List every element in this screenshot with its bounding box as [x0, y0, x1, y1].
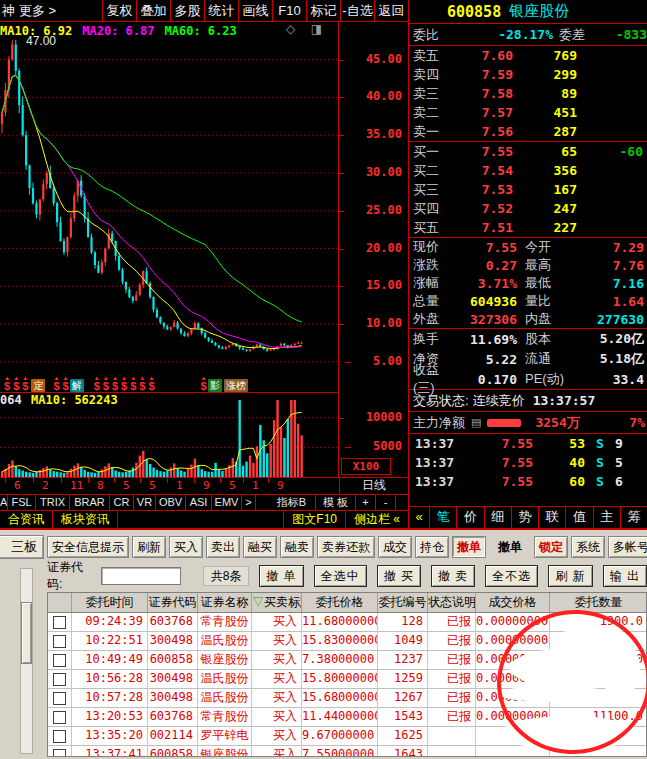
column-header-5[interactable]: 委托编号 [378, 593, 428, 612]
dollar-event-icon[interactable]: ▲$ [4, 375, 10, 392]
action-button-5[interactable]: 刷 新 [548, 565, 592, 587]
row-checkbox[interactable] [53, 654, 66, 667]
quote-tab-1[interactable]: 笔 [429, 507, 456, 528]
toolbar-button-9[interactable]: 撤单 [452, 536, 486, 558]
row-checkbox[interactable] [53, 711, 66, 724]
toolbar-button-2[interactable]: 买入 [169, 536, 203, 558]
quote-tab-7[interactable]: 主 [593, 507, 620, 528]
indicator-tab-5[interactable]: VR [134, 495, 156, 510]
quote-tab-5[interactable]: 联 [538, 507, 565, 528]
row-checkbox[interactable] [53, 635, 66, 648]
event-badge-icon[interactable]: 解 [70, 379, 84, 392]
indicator-tab-8[interactable]: EMV [212, 495, 242, 510]
indicator-tab-7[interactable]: ASI [186, 495, 212, 510]
dollar-event-icon[interactable]: ▲$ [201, 375, 207, 392]
indicator-tab-4[interactable]: CR [110, 495, 134, 510]
volume-chart[interactable] [0, 400, 338, 477]
dollar-event-icon[interactable]: ▲$ [130, 375, 136, 392]
quote-tab-3[interactable]: 细 [484, 507, 511, 528]
dollar-event-icon[interactable]: ▲$ [148, 375, 154, 392]
action-button-0[interactable]: 撤 单 [259, 565, 303, 587]
action-button-2[interactable]: 撤 买 [377, 565, 421, 587]
menu-item-6[interactable]: 标记 [306, 0, 340, 21]
quote-tab-4[interactable]: 势 [511, 507, 538, 528]
toolbar-button-7[interactable]: 成交 [378, 536, 412, 558]
toolbar-button-1[interactable]: 刷新 [132, 536, 166, 558]
menu-item-2[interactable]: 多股 [170, 0, 204, 21]
scrollbar-thumb[interactable] [21, 602, 32, 664]
quote-tab-6[interactable]: 值 [565, 507, 592, 528]
toolbar-button-12[interactable]: 系统 [571, 536, 605, 558]
dollar-event-icon[interactable]: ▲$ [63, 375, 69, 392]
menu-item-0[interactable]: 复权 [102, 0, 136, 21]
row-checkbox[interactable] [53, 692, 66, 705]
dollar-event-icon[interactable]: ▲$ [53, 375, 59, 392]
toolbar-button-13[interactable]: 多帐号 [608, 536, 647, 558]
list-icon[interactable]: ▤ [471, 416, 481, 429]
action-button-4[interactable]: 全不选 [485, 565, 538, 587]
indicator-tab-11[interactable]: 模 板 [316, 495, 356, 510]
quote-tab-0[interactable]: « [409, 507, 429, 528]
indicator-tab-2[interactable]: TRIX [36, 495, 70, 510]
indicator-tab-12[interactable]: + [356, 495, 376, 510]
event-badge-icon[interactable]: 定 [31, 379, 45, 392]
info-tab-1[interactable]: 板块资讯 [53, 511, 118, 528]
row-checkbox[interactable] [53, 616, 66, 629]
menu-item-7[interactable]: -自选 [340, 0, 374, 21]
column-header-6[interactable]: 状态说明 [428, 593, 476, 612]
row-checkbox[interactable] [53, 673, 66, 686]
indicator-tab-3[interactable]: BRAR [70, 495, 110, 510]
dollar-event-icon[interactable]: ▲$ [103, 375, 109, 392]
dollar-event-icon[interactable]: ▲$ [94, 375, 100, 392]
toolbar-button-3[interactable]: 卖出 [206, 536, 240, 558]
column-header-1[interactable]: 证券代码 [148, 593, 198, 612]
row-checkbox[interactable] [53, 749, 66, 758]
menu-item-4[interactable]: 画线 [238, 0, 272, 21]
column-header-8[interactable]: 委托数量 [550, 593, 647, 612]
action-button-6[interactable]: 输 出 [603, 565, 647, 587]
dollar-event-icon[interactable]: ▲$ [121, 375, 127, 392]
menu-item-8[interactable]: 返回 [374, 0, 408, 21]
row-checkbox[interactable] [53, 730, 66, 743]
dollar-event-icon[interactable]: ▲$ [112, 375, 118, 392]
column-header-7[interactable]: 成交价格 [476, 593, 550, 612]
toolbar-button-8[interactable]: 持仓 [415, 536, 449, 558]
candlestick-chart[interactable] [0, 40, 338, 374]
column-header-3[interactable]: ▽买卖标志 [252, 593, 302, 612]
toolbar-button-4[interactable]: 融买 [243, 536, 277, 558]
info-tab-right-0[interactable]: 图文F10 [283, 511, 345, 528]
indicator-tab-6[interactable]: OBV [156, 495, 186, 510]
toolbar-button-11[interactable]: 锁定 [534, 536, 568, 558]
action-button-3[interactable]: 撤 卖 [431, 565, 475, 587]
dollar-event-icon[interactable]: ▲$ [13, 375, 19, 392]
toolbar-button-10[interactable]: 撤单 [489, 536, 531, 558]
toolbar-button-5[interactable]: 融卖 [280, 536, 314, 558]
more-menu[interactable]: 更多 > [17, 0, 58, 21]
code-input[interactable] [101, 567, 181, 585]
side-tab-sanban[interactable]: 三板 [0, 535, 44, 559]
action-button-1[interactable]: 全选中 [314, 565, 367, 587]
dollar-event-icon[interactable]: ▲$ [22, 375, 28, 392]
indicator-tab-9[interactable]: > [242, 495, 256, 510]
menu-item-3[interactable]: 统计 [204, 0, 238, 21]
indicator-tab-1[interactable]: FSL [8, 495, 36, 510]
period-label[interactable]: 日线 [339, 477, 408, 494]
dollar-event-icon[interactable]: ▲$ [139, 375, 145, 392]
event-badge-icon[interactable]: 影 [208, 379, 222, 392]
event-badge-icon[interactable]: 涨榜 [224, 379, 248, 392]
menu-item-1[interactable]: 叠加 [136, 0, 170, 21]
chart-corner-icons[interactable]: ◇ ◨ [286, 22, 328, 36]
quote-tab-8[interactable]: 筹 [620, 507, 647, 528]
toolbar-button-6[interactable]: 卖券还款 [317, 536, 375, 558]
info-tab-right-1[interactable]: 侧边栏 « [345, 511, 408, 528]
menu-item-5[interactable]: F10 [272, 0, 306, 21]
toolbar-button-0[interactable]: 安全信息提示 [47, 536, 129, 558]
quote-tab-2[interactable]: 价 [456, 507, 483, 528]
column-header-0[interactable]: 委托时间 [72, 593, 148, 612]
info-tab-0[interactable]: 合资讯 [0, 511, 53, 528]
indicator-tab-0[interactable]: A [0, 495, 8, 510]
indicator-tab-13[interactable]: - [376, 495, 396, 510]
column-header-2[interactable]: 证券名称 [198, 593, 252, 612]
indicator-tab-10[interactable]: 指标B [268, 495, 316, 510]
column-header-4[interactable]: 委托价格 [302, 593, 378, 612]
